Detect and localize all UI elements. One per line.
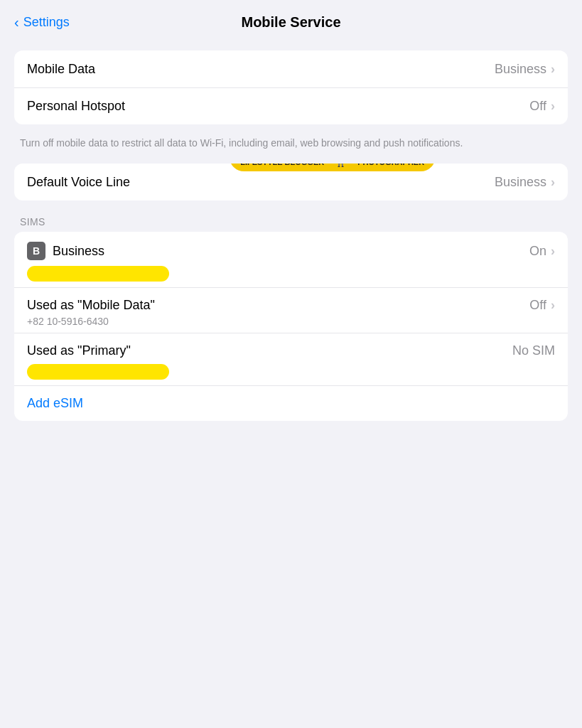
primary-sim-value: No SIM <box>512 343 555 358</box>
sims-section-label: SIMs <box>14 206 568 232</box>
voice-line-card: Default Voice Line Business › AKUCHICHE … <box>14 164 568 200</box>
mobile-data-value: Business <box>495 62 546 77</box>
add-esim-row[interactable]: Add eSIM <box>14 386 568 421</box>
sims-card: B Business On › Used as "Mobile Data" Of… <box>14 232 568 421</box>
business-sim-row[interactable]: B Business On › <box>14 232 568 288</box>
content-area: Mobile Data Business › Personal Hotspot … <box>0 42 582 435</box>
primary-sim-label: Used as "Primary" <box>27 343 131 358</box>
mobile-data-sim-value-group: Off › <box>529 298 555 313</box>
personal-hotspot-row[interactable]: Personal Hotspot Off › <box>14 87 568 124</box>
default-voice-line-value: Business <box>495 175 546 190</box>
mobile-data-value-group: Business › <box>495 62 555 77</box>
back-button[interactable]: ‹ Settings <box>14 14 70 31</box>
mobile-data-chevron-icon: › <box>551 62 555 77</box>
business-label-group: B Business <box>27 242 104 260</box>
business-sim-chevron-icon: › <box>551 244 555 259</box>
mobile-data-row[interactable]: Mobile Data Business › <box>14 50 568 87</box>
personal-hotspot-chevron-icon: › <box>551 99 555 114</box>
mobile-data-phone-number: +82 10-5916-6430 <box>27 316 555 327</box>
mobile-data-sim-row[interactable]: Used as "Mobile Data" Off › +82 10-5916-… <box>14 288 568 333</box>
back-chevron-icon: ‹ <box>14 14 19 31</box>
add-esim-label: Add eSIM <box>27 396 83 410</box>
default-voice-line-row[interactable]: Default Voice Line Business › <box>14 164 568 200</box>
default-voice-line-chevron-icon: › <box>551 175 555 190</box>
header: ‹ Settings Mobile Service <box>0 0 582 42</box>
business-sim-value-group: On › <box>529 244 555 259</box>
primary-sim-row[interactable]: Used as "Primary" No SIM <box>14 333 568 386</box>
sim-b-icon: B <box>27 242 45 260</box>
mobile-data-card: Mobile Data Business › Personal Hotspot … <box>14 50 568 124</box>
personal-hotspot-value-group: Off › <box>529 99 555 114</box>
mobile-data-sim-value: Off <box>529 298 546 313</box>
personal-hotspot-label: Personal Hotspot <box>27 99 125 114</box>
business-sim-value: On <box>529 244 546 259</box>
back-label: Settings <box>23 15 70 30</box>
page-title: Mobile Service <box>241 14 340 31</box>
primary-sim-value-group: No SIM <box>512 343 555 358</box>
primary-highlight-bar <box>27 364 169 380</box>
business-sim-name: Business <box>53 244 104 259</box>
personal-hotspot-value: Off <box>529 99 546 114</box>
business-highlight-bar <box>27 266 169 282</box>
mobile-data-sim-chevron-icon: › <box>551 298 555 313</box>
helper-text: Turn off mobile data to restrict all dat… <box>14 130 568 164</box>
default-voice-line-label: Default Voice Line <box>27 175 130 190</box>
mobile-data-label: Mobile Data <box>27 62 95 77</box>
mobile-data-sim-label: Used as "Mobile Data" <box>27 298 155 313</box>
default-voice-line-value-group: Business › <box>495 175 555 190</box>
